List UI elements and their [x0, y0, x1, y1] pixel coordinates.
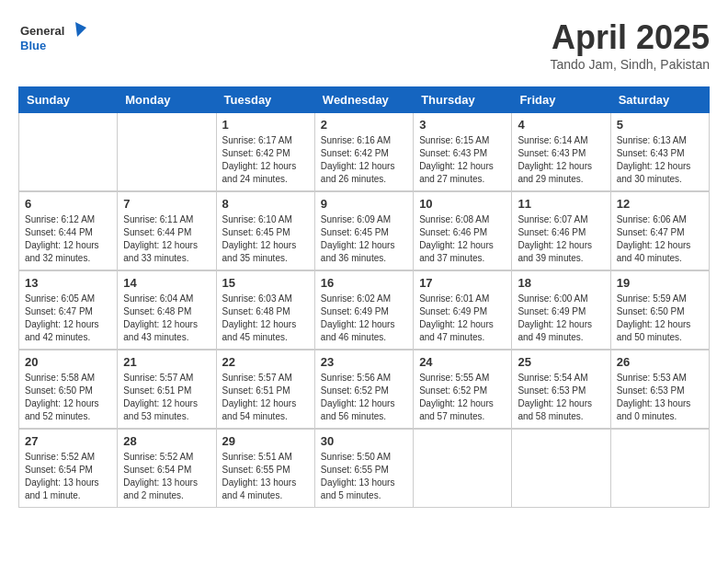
calendar-cell: 17Sunrise: 6:01 AM Sunset: 6:49 PM Dayli… — [414, 270, 512, 350]
calendar-cell: 4Sunrise: 6:14 AM Sunset: 6:43 PM Daylig… — [512, 113, 610, 192]
calendar-cell: 15Sunrise: 6:03 AM Sunset: 6:48 PM Dayli… — [216, 270, 314, 350]
calendar-cell: 10Sunrise: 6:08 AM Sunset: 6:46 PM Dayli… — [414, 191, 512, 270]
calendar-cell: 6Sunrise: 6:12 AM Sunset: 6:44 PM Daylig… — [19, 191, 118, 270]
weekday-header: Friday — [512, 87, 610, 113]
calendar-cell — [512, 429, 610, 508]
day-info: Sunrise: 6:09 AM Sunset: 6:45 PM Dayligh… — [321, 213, 407, 265]
calendar-cell — [610, 429, 709, 508]
calendar-cell: 2Sunrise: 6:16 AM Sunset: 6:42 PM Daylig… — [314, 113, 413, 192]
calendar-cell: 5Sunrise: 6:13 AM Sunset: 6:43 PM Daylig… — [610, 113, 709, 192]
weekday-header: Saturday — [610, 87, 709, 113]
calendar-cell: 25Sunrise: 5:54 AM Sunset: 6:53 PM Dayli… — [512, 350, 610, 429]
day-number: 25 — [518, 355, 604, 369]
day-number: 2 — [321, 118, 407, 132]
logo-container: General Blue — [18, 18, 92, 59]
calendar-cell: 26Sunrise: 5:53 AM Sunset: 6:53 PM Dayli… — [610, 350, 709, 429]
day-info: Sunrise: 5:57 AM Sunset: 6:51 PM Dayligh… — [123, 372, 210, 423]
day-number: 26 — [617, 355, 703, 369]
day-number: 5 — [617, 118, 703, 132]
calendar-cell: 11Sunrise: 6:07 AM Sunset: 6:46 PM Dayli… — [512, 191, 610, 270]
day-number: 20 — [25, 355, 111, 369]
logo-svg: General Blue — [18, 18, 92, 59]
day-number: 16 — [321, 276, 407, 290]
weekday-header: Thursday — [414, 87, 512, 113]
calendar-cell: 12Sunrise: 6:06 AM Sunset: 6:47 PM Dayli… — [610, 191, 709, 270]
calendar-cell: 29Sunrise: 5:51 AM Sunset: 6:55 PM Dayli… — [216, 429, 314, 508]
day-number: 15 — [222, 276, 309, 290]
day-number: 19 — [617, 276, 703, 290]
day-number: 9 — [321, 197, 407, 211]
day-number: 12 — [617, 197, 703, 211]
day-info: Sunrise: 5:56 AM Sunset: 6:52 PM Dayligh… — [321, 372, 407, 423]
day-info: Sunrise: 6:07 AM Sunset: 6:46 PM Dayligh… — [518, 213, 604, 265]
day-info: Sunrise: 6:11 AM Sunset: 6:44 PM Dayligh… — [123, 213, 210, 265]
weekday-header-row: SundayMondayTuesdayWednesdayThursdayFrid… — [19, 87, 710, 113]
calendar-week-row: 27Sunrise: 5:52 AM Sunset: 6:54 PM Dayli… — [19, 429, 710, 508]
calendar-cell — [414, 429, 512, 508]
calendar-week-row: 13Sunrise: 6:05 AM Sunset: 6:47 PM Dayli… — [19, 270, 710, 350]
calendar-cell: 3Sunrise: 6:15 AM Sunset: 6:43 PM Daylig… — [414, 113, 512, 192]
day-info: Sunrise: 6:00 AM Sunset: 6:49 PM Dayligh… — [518, 293, 604, 344]
day-number: 6 — [25, 197, 111, 211]
location: Tando Jam, Sindh, Pakistan — [550, 57, 710, 72]
day-info: Sunrise: 6:01 AM Sunset: 6:49 PM Dayligh… — [419, 293, 506, 344]
day-info: Sunrise: 6:15 AM Sunset: 6:43 PM Dayligh… — [419, 134, 506, 186]
day-info: Sunrise: 5:51 AM Sunset: 6:55 PM Dayligh… — [222, 451, 309, 502]
svg-text:General: General — [20, 24, 64, 38]
day-info: Sunrise: 6:16 AM Sunset: 6:42 PM Dayligh… — [321, 134, 407, 186]
day-number: 23 — [321, 355, 407, 369]
day-info: Sunrise: 5:55 AM Sunset: 6:52 PM Dayligh… — [419, 372, 506, 423]
day-number: 3 — [419, 118, 506, 132]
day-info: Sunrise: 5:52 AM Sunset: 6:54 PM Dayligh… — [25, 451, 111, 502]
day-number: 14 — [123, 276, 210, 290]
weekday-header: Sunday — [19, 87, 118, 113]
calendar-cell: 13Sunrise: 6:05 AM Sunset: 6:47 PM Dayli… — [19, 270, 118, 350]
calendar-week-row: 6Sunrise: 6:12 AM Sunset: 6:44 PM Daylig… — [19, 191, 710, 270]
day-number: 28 — [123, 434, 210, 448]
day-info: Sunrise: 5:54 AM Sunset: 6:53 PM Dayligh… — [518, 372, 604, 423]
day-info: Sunrise: 6:17 AM Sunset: 6:42 PM Dayligh… — [222, 134, 309, 186]
calendar-cell: 30Sunrise: 5:50 AM Sunset: 6:55 PM Dayli… — [314, 429, 413, 508]
day-info: Sunrise: 5:50 AM Sunset: 6:55 PM Dayligh… — [321, 451, 407, 502]
day-number: 10 — [419, 197, 506, 211]
logo: General Blue — [18, 18, 92, 59]
day-number: 17 — [419, 276, 506, 290]
day-number: 4 — [518, 118, 604, 132]
title-block: April 2025 Tando Jam, Sindh, Pakistan — [550, 18, 710, 72]
day-number: 21 — [123, 355, 210, 369]
day-number: 29 — [222, 434, 309, 448]
calendar-cell: 23Sunrise: 5:56 AM Sunset: 6:52 PM Dayli… — [314, 350, 413, 429]
day-number: 8 — [222, 197, 309, 211]
day-info: Sunrise: 6:03 AM Sunset: 6:48 PM Dayligh… — [222, 293, 309, 344]
day-info: Sunrise: 6:06 AM Sunset: 6:47 PM Dayligh… — [617, 213, 703, 265]
calendar-table: SundayMondayTuesdayWednesdayThursdayFrid… — [18, 86, 710, 508]
weekday-header: Wednesday — [314, 87, 413, 113]
calendar-cell: 9Sunrise: 6:09 AM Sunset: 6:45 PM Daylig… — [314, 191, 413, 270]
page-header: General Blue April 2025 Tando Jam, Sindh… — [18, 18, 710, 72]
calendar-cell: 27Sunrise: 5:52 AM Sunset: 6:54 PM Dayli… — [19, 429, 118, 508]
calendar-cell — [118, 113, 216, 192]
calendar-cell: 22Sunrise: 5:57 AM Sunset: 6:51 PM Dayli… — [216, 350, 314, 429]
calendar-cell: 8Sunrise: 6:10 AM Sunset: 6:45 PM Daylig… — [216, 191, 314, 270]
day-info: Sunrise: 6:12 AM Sunset: 6:44 PM Dayligh… — [25, 213, 111, 265]
day-info: Sunrise: 6:02 AM Sunset: 6:49 PM Dayligh… — [321, 293, 407, 344]
day-number: 24 — [419, 355, 506, 369]
calendar-cell — [19, 113, 118, 192]
day-number: 13 — [25, 276, 111, 290]
day-info: Sunrise: 6:14 AM Sunset: 6:43 PM Dayligh… — [518, 134, 604, 186]
day-info: Sunrise: 6:13 AM Sunset: 6:43 PM Dayligh… — [617, 134, 703, 186]
day-info: Sunrise: 5:52 AM Sunset: 6:54 PM Dayligh… — [123, 451, 210, 502]
calendar-week-row: 20Sunrise: 5:58 AM Sunset: 6:50 PM Dayli… — [19, 350, 710, 429]
day-number: 11 — [518, 197, 604, 211]
day-number: 30 — [321, 434, 407, 448]
month-title: April 2025 — [550, 18, 710, 57]
day-info: Sunrise: 6:10 AM Sunset: 6:45 PM Dayligh… — [222, 213, 309, 265]
calendar-cell: 7Sunrise: 6:11 AM Sunset: 6:44 PM Daylig… — [118, 191, 216, 270]
calendar-cell: 20Sunrise: 5:58 AM Sunset: 6:50 PM Dayli… — [19, 350, 118, 429]
svg-marker-2 — [75, 22, 86, 37]
calendar-cell: 28Sunrise: 5:52 AM Sunset: 6:54 PM Dayli… — [118, 429, 216, 508]
day-number: 27 — [25, 434, 111, 448]
day-info: Sunrise: 6:08 AM Sunset: 6:46 PM Dayligh… — [419, 213, 506, 265]
day-number: 7 — [123, 197, 210, 211]
day-number: 1 — [222, 118, 309, 132]
